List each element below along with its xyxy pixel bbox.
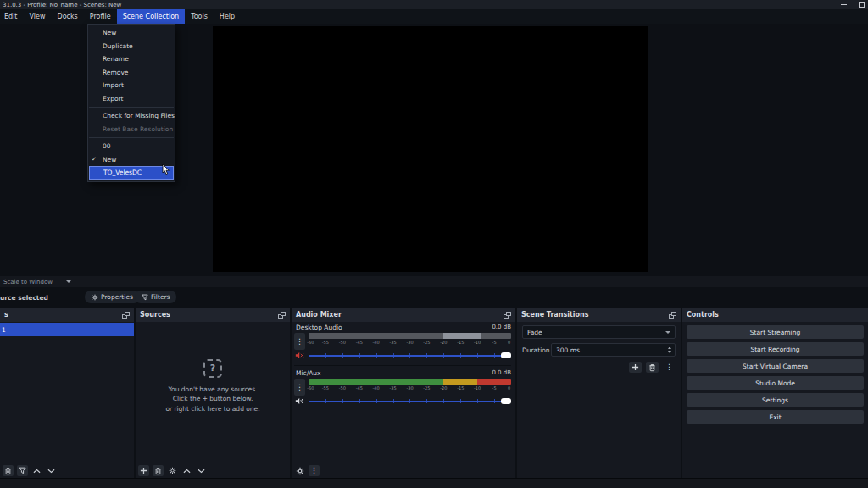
popout-icon[interactable] bbox=[122, 312, 130, 319]
mute-button-unmuted[interactable] bbox=[294, 396, 305, 406]
channel-db-value: 0.0 dB bbox=[492, 324, 511, 330]
scene-transitions-panel: Scene Transitions Fade Duration 300 ms bbox=[517, 308, 681, 479]
chevron-down-icon[interactable] bbox=[66, 280, 71, 283]
menu-item-import[interactable]: Import bbox=[88, 79, 175, 92]
menu-profile[interactable]: Profile bbox=[84, 9, 117, 24]
channel-meter-row: ⋮ -60-55-50-45-40-35-30-25-20-15-10-50 bbox=[294, 333, 511, 350]
menu-tools[interactable]: Tools bbox=[185, 9, 214, 24]
menu-item-export[interactable]: Export bbox=[88, 92, 175, 106]
popout-icon[interactable] bbox=[278, 312, 286, 319]
kebab-icon: ⋮ bbox=[296, 384, 303, 391]
add-source-button[interactable] bbox=[138, 465, 149, 476]
mute-button-muted[interactable] bbox=[294, 351, 305, 360]
studio-mode-button[interactable]: Studio Mode bbox=[687, 376, 864, 390]
start-streaming-button[interactable]: Start Streaming bbox=[687, 325, 864, 339]
trash-icon bbox=[648, 363, 656, 372]
preview-canvas[interactable] bbox=[213, 26, 648, 272]
add-transition-button[interactable] bbox=[629, 362, 642, 373]
speaker-icon bbox=[295, 397, 304, 405]
speaker-muted-icon bbox=[295, 352, 304, 359]
volume-slider[interactable] bbox=[309, 352, 511, 359]
exit-button[interactable]: Exit bbox=[687, 410, 864, 424]
trash-icon bbox=[4, 467, 12, 475]
scale-to-window-label[interactable]: Scale to Window bbox=[3, 279, 53, 286]
menu-view[interactable]: View bbox=[24, 9, 52, 24]
menu-item-collection-to-velesdc[interactable]: TO_VelesDC bbox=[89, 166, 174, 180]
menu-separator bbox=[89, 137, 174, 138]
maximize-icon[interactable] bbox=[859, 2, 865, 8]
channel-meter-row: ⋮ -60-55-50-45-40-35-30-25-20-15-10-50 bbox=[294, 379, 511, 396]
channel-options-button[interactable]: ⋮ bbox=[294, 333, 305, 350]
slider-handle[interactable] bbox=[501, 352, 511, 358]
menu-item-collection-00[interactable]: 00 bbox=[88, 140, 175, 153]
menu-docks[interactable]: Docks bbox=[51, 9, 83, 24]
settings-button[interactable]: Settings bbox=[687, 393, 864, 407]
remove-source-button[interactable] bbox=[153, 465, 164, 476]
source-properties-button[interactable] bbox=[167, 465, 178, 476]
properties-button[interactable]: Properties bbox=[85, 291, 140, 303]
properties-label: Properties bbox=[101, 293, 133, 301]
popout-icon[interactable] bbox=[669, 312, 676, 319]
move-source-down-button[interactable] bbox=[196, 465, 207, 476]
spin-up-icon[interactable] bbox=[668, 347, 671, 349]
gear-icon bbox=[169, 467, 176, 474]
menu-item-new-collection[interactable]: New bbox=[88, 26, 175, 40]
transition-options-button[interactable]: ⋮ bbox=[663, 362, 676, 373]
volume-slider[interactable] bbox=[309, 397, 511, 405]
scenes-toolbar bbox=[0, 463, 134, 479]
menu-item-remove[interactable]: Remove bbox=[88, 66, 175, 80]
spinner-arrows bbox=[668, 347, 671, 353]
meter-wrap: -60-55-50-45-40-35-30-25-20-15-10-50 bbox=[309, 379, 511, 396]
scene-filters-button[interactable] bbox=[17, 465, 28, 476]
channel-name: Desktop Audio bbox=[296, 324, 342, 331]
popout-icon[interactable] bbox=[504, 312, 511, 319]
move-scene-down-button[interactable] bbox=[46, 465, 57, 476]
question-mark-icon: ? bbox=[203, 359, 222, 378]
empty-text-line: or right click here to add one. bbox=[165, 404, 259, 413]
mixer-channel-mic-aux: Mic/Aux 0.0 dB ⋮ -60-55-50-45 bbox=[294, 365, 511, 406]
gear-icon bbox=[296, 467, 304, 475]
sources-empty-state[interactable]: ? You don't have any sources. Click the … bbox=[136, 322, 290, 463]
scenes-panel-title: s bbox=[4, 311, 8, 319]
start-virtual-camera-button[interactable]: Start Virtual Camera bbox=[687, 359, 864, 373]
channel-header: Mic/Aux 0.0 dB bbox=[294, 369, 511, 377]
spin-down-icon[interactable] bbox=[668, 351, 671, 353]
menu-item-rename[interactable]: Rename bbox=[88, 53, 175, 66]
slider-track bbox=[309, 401, 511, 402]
chevron-up-icon bbox=[33, 469, 41, 474]
filter-icon bbox=[19, 467, 26, 474]
menu-edit[interactable]: Edit bbox=[0, 9, 24, 24]
mixer-options-button[interactable]: ⋮ bbox=[309, 465, 320, 476]
menu-item-duplicate[interactable]: Duplicate bbox=[88, 40, 175, 53]
sources-panel-title: Sources bbox=[140, 311, 170, 319]
remove-transition-button[interactable] bbox=[646, 362, 659, 373]
menu-item-check-missing-files[interactable]: Check for Missing Files bbox=[88, 109, 175, 123]
kebab-icon: ⋮ bbox=[665, 363, 673, 371]
scene-list-item-selected[interactable]: 1 bbox=[0, 323, 134, 336]
source-toolbar: urce selected Properties Filters bbox=[0, 287, 868, 308]
menu-scene-collection[interactable]: Scene Collection bbox=[117, 9, 186, 24]
transition-select[interactable]: Fade bbox=[522, 325, 676, 339]
window-controls bbox=[841, 0, 865, 9]
controls-header: Controls bbox=[682, 308, 868, 322]
advanced-audio-properties-button[interactable] bbox=[294, 465, 305, 476]
channel-options-button[interactable]: ⋮ bbox=[294, 379, 305, 396]
audio-mixer-title: Audio Mixer bbox=[296, 311, 342, 319]
controls-body: Start Streaming Start Recording Start Vi… bbox=[682, 322, 868, 427]
filters-button[interactable]: Filters bbox=[135, 291, 176, 303]
move-scene-up-button[interactable] bbox=[31, 465, 42, 476]
start-recording-button[interactable]: Start Recording bbox=[687, 342, 864, 356]
menu-help[interactable]: Help bbox=[214, 9, 241, 24]
duration-value: 300 ms bbox=[556, 347, 580, 354]
sources-toolbar bbox=[136, 463, 290, 479]
sources-panel-header: Sources bbox=[136, 308, 290, 322]
remove-scene-button[interactable] bbox=[3, 465, 14, 476]
duration-spinbox[interactable]: 300 ms bbox=[551, 343, 676, 357]
kebab-icon: ⋮ bbox=[310, 467, 318, 474]
slider-handle[interactable] bbox=[501, 398, 511, 404]
scene-collection-menu: New Duplicate Rename Remove Import Expor… bbox=[87, 24, 175, 182]
chevron-down-icon bbox=[198, 469, 205, 474]
minimize-icon[interactable] bbox=[841, 4, 847, 5]
menu-separator bbox=[89, 107, 174, 108]
move-source-up-button[interactable] bbox=[181, 465, 192, 476]
